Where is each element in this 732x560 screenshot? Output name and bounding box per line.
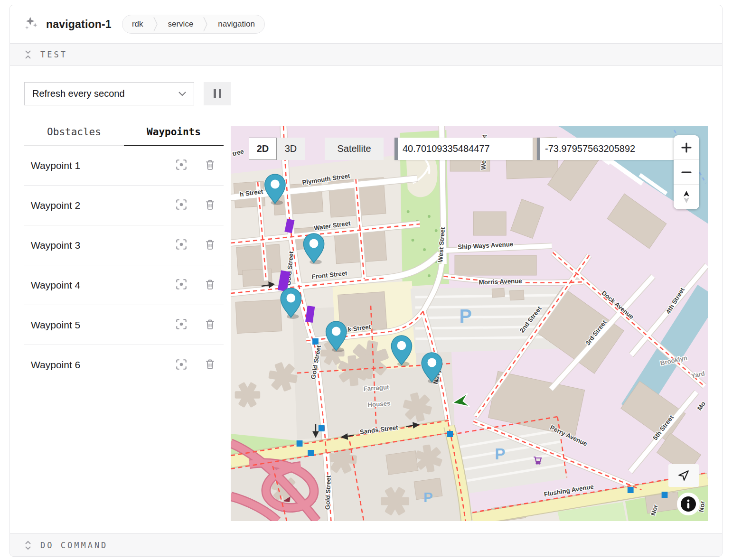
refresh-controls: Refresh every second — [10, 66, 722, 105]
focus-icon — [175, 238, 188, 251]
waypoint-row: Waypoint 4 — [24, 265, 224, 305]
street-label-gold: Gold Street — [324, 475, 332, 510]
minus-icon — [681, 167, 692, 177]
trash-icon — [204, 159, 216, 171]
latitude-drag-handle[interactable] — [394, 138, 398, 160]
map-info-button[interactable] — [677, 493, 700, 515]
zoom-out-button[interactable] — [674, 160, 699, 185]
view-2d-button[interactable]: 2D — [249, 138, 277, 160]
do-command-section-header[interactable]: DO COMMAND — [10, 533, 722, 556]
focus-waypoint-button[interactable] — [174, 278, 188, 292]
test-section-label: TEST — [40, 50, 67, 59]
waypoint-name: Waypoint 4 — [31, 280, 160, 291]
waypoint-name: Waypoint 5 — [31, 319, 160, 331]
waypoint-name: Waypoint 1 — [31, 160, 160, 171]
waypoint-row: Waypoint 3 — [24, 225, 224, 265]
trash-icon — [204, 358, 216, 370]
focus-waypoint-button[interactable] — [174, 159, 188, 173]
main-content: Obstacles Waypoints Waypoint 1 Waypoint … — [10, 105, 722, 533]
chevron-down-icon — [178, 92, 186, 96]
parking-p-glyph: P — [460, 306, 472, 327]
tab-waypoints[interactable]: Waypoints — [124, 126, 224, 146]
longitude-drag-handle[interactable] — [537, 138, 540, 160]
do-command-section-label: DO COMMAND — [40, 541, 108, 550]
navigation-arrow-icon — [677, 469, 690, 482]
compass-needle-icon — [682, 190, 691, 204]
map-view-toggle: 2D 3D — [249, 138, 305, 160]
refresh-interval-select[interactable]: Refresh every second — [24, 82, 194, 105]
delete-waypoint-button[interactable] — [203, 198, 217, 213]
latitude-input[interactable] — [398, 138, 533, 160]
sparkles-service-icon — [24, 16, 38, 32]
info-icon — [680, 496, 696, 512]
focus-waypoint-button[interactable] — [174, 238, 188, 252]
zoom-in-button[interactable] — [674, 135, 699, 160]
delete-waypoint-button[interactable] — [203, 238, 217, 252]
map-container: P P P tree — [231, 126, 708, 521]
parking-p-glyph: P — [423, 489, 433, 505]
waypoint-row: Waypoint 2 — [24, 186, 224, 225]
trash-icon — [204, 318, 216, 330]
longitude-field — [537, 138, 675, 160]
waypoint-row: Waypoint 1 — [24, 146, 224, 186]
navigation-service-card: navigation-1 rdk service navigation TEST… — [9, 5, 723, 557]
breadcrumb: rdk service navigation — [122, 15, 265, 34]
parking-p-glyph: P — [495, 445, 505, 463]
delete-waypoint-button[interactable] — [203, 278, 217, 292]
waypoint-name: Waypoint 3 — [31, 240, 160, 251]
focus-waypoint-button[interactable] — [174, 198, 188, 213]
collapse-icon — [24, 50, 32, 59]
map-zoom-control — [674, 135, 699, 209]
view-3d-button[interactable]: 3D — [277, 138, 305, 160]
breadcrumb-navigation: navigation — [208, 15, 264, 33]
focus-waypoint-button[interactable] — [174, 318, 188, 332]
focus-icon — [175, 318, 188, 330]
waypoint-row: Waypoint 6 — [24, 345, 224, 385]
delete-waypoint-button[interactable] — [203, 318, 217, 332]
focus-icon — [175, 159, 188, 171]
focus-icon — [175, 278, 188, 290]
test-section-header[interactable]: TEST — [10, 43, 722, 66]
delete-waypoint-button[interactable] — [203, 159, 217, 173]
street-label-morris: Morris Avenue — [479, 277, 522, 286]
waypoint-row: Waypoint 5 — [24, 305, 224, 345]
waypoint-name: Waypoint 2 — [31, 200, 160, 211]
pause-icon — [214, 89, 216, 98]
breadcrumb-service: service — [159, 15, 203, 33]
focus-waypoint-button[interactable] — [174, 358, 188, 372]
longitude-input[interactable] — [540, 138, 676, 160]
compass-bearing-button[interactable] — [674, 185, 699, 209]
map-canvas[interactable]: P P P tree — [231, 126, 708, 521]
breadcrumb-chevron-icon — [203, 15, 208, 33]
refresh-interval-value: Refresh every second — [32, 88, 125, 99]
page-title: navigation-1 — [46, 18, 112, 31]
focus-icon — [175, 358, 188, 371]
latitude-field — [394, 138, 533, 160]
trash-icon — [204, 199, 216, 211]
locate-robot-button[interactable] — [668, 464, 699, 487]
expand-icon — [24, 541, 32, 550]
focus-icon — [175, 198, 188, 211]
plus-icon — [681, 142, 692, 153]
panel-tabs: Obstacles Waypoints — [24, 126, 224, 146]
card-header: navigation-1 rdk service navigation — [10, 5, 722, 43]
delete-waypoint-button[interactable] — [203, 358, 217, 372]
tab-obstacles[interactable]: Obstacles — [24, 126, 124, 145]
waypoint-name: Waypoint 6 — [31, 359, 160, 371]
breadcrumb-chevron-icon — [153, 15, 159, 33]
trash-icon — [204, 239, 216, 251]
breadcrumb-rdk: rdk — [122, 15, 153, 33]
waypoints-panel: Obstacles Waypoints Waypoint 1 Waypoint … — [24, 126, 224, 521]
pause-refresh-button[interactable] — [204, 82, 231, 105]
trash-icon — [204, 279, 216, 290]
satellite-toggle-button[interactable]: Satellite — [325, 138, 384, 160]
